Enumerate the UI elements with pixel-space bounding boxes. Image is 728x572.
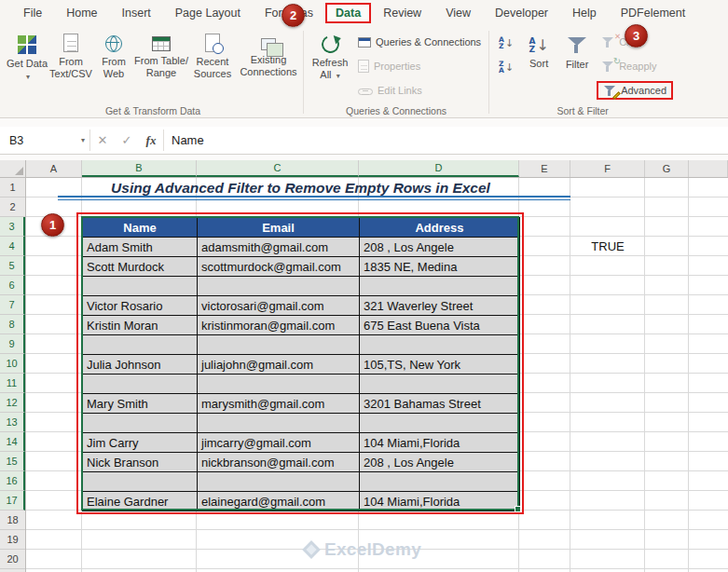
- table-cell[interactable]: [360, 414, 520, 433]
- edit-links-button[interactable]: Edit Links: [353, 81, 486, 100]
- table-cell[interactable]: juliajohn@gmail.com: [198, 355, 360, 375]
- table-cell[interactable]: Victor Rosario: [83, 296, 198, 316]
- table-cell[interactable]: [360, 277, 520, 296]
- table-cell[interactable]: Adam Smith: [83, 238, 198, 257]
- column-header-a[interactable]: A: [26, 160, 82, 177]
- from-text-csv-button[interactable]: From Text/CSV: [48, 29, 93, 98]
- reapply-filter-button[interactable]: ↻ Reapply: [597, 57, 673, 75]
- tab-help[interactable]: Help: [560, 2, 609, 24]
- table-cell[interactable]: scottmurdock@gmail.com: [198, 257, 360, 277]
- table-cell[interactable]: Kristin Moran: [83, 316, 198, 335]
- table-cell[interactable]: [198, 335, 360, 355]
- row-header-10[interactable]: 10: [0, 354, 25, 374]
- column-header-g[interactable]: G: [645, 160, 689, 177]
- tab-view[interactable]: View: [433, 2, 483, 24]
- row-header-13[interactable]: 13: [0, 413, 25, 432]
- table-cell[interactable]: [198, 472, 360, 492]
- table-cell[interactable]: adamsmith@gmail.com: [198, 238, 360, 257]
- filter-button[interactable]: Filter: [557, 29, 597, 98]
- table-cell[interactable]: elainegard@gmail.com: [198, 492, 360, 511]
- table-cell[interactable]: [83, 277, 198, 296]
- row-header-4[interactable]: 4: [0, 237, 25, 256]
- criteria-cell-f4[interactable]: TRUE: [570, 237, 645, 256]
- row-header-9[interactable]: 9: [0, 334, 25, 354]
- cell-grid[interactable]: Using Advanced Filter to Remove Empty Ro…: [26, 178, 728, 572]
- tab-file[interactable]: File: [11, 2, 54, 24]
- table-header-cell[interactable]: Name: [83, 218, 198, 238]
- table-cell[interactable]: 321 Waverley Street: [360, 296, 520, 316]
- tab-review[interactable]: Review: [371, 2, 433, 24]
- table-cell[interactable]: 104 Miami,Florida: [360, 492, 520, 511]
- formula-input[interactable]: Name: [164, 127, 728, 154]
- advanced-filter-button[interactable]: Advanced: [597, 81, 673, 100]
- row-header-19[interactable]: 19: [0, 530, 25, 550]
- enter-icon[interactable]: ✓: [115, 127, 139, 154]
- table-cell[interactable]: [83, 375, 198, 394]
- table-cell[interactable]: Mary Smith: [83, 394, 198, 414]
- table-cell[interactable]: [198, 375, 360, 394]
- tab-data[interactable]: Data: [325, 3, 371, 23]
- insert-function-icon[interactable]: fx: [139, 127, 163, 154]
- table-cell[interactable]: jimcarry@gmail.com: [198, 433, 360, 453]
- row-header-15[interactable]: 15: [0, 452, 25, 471]
- table-cell[interactable]: [360, 375, 520, 394]
- tab-home[interactable]: Home: [54, 2, 109, 24]
- row-header-2[interactable]: 2: [0, 197, 25, 217]
- table-header-cell[interactable]: Email: [198, 218, 360, 238]
- row-header-17[interactable]: 17: [0, 491, 25, 511]
- from-web-button[interactable]: From Web: [93, 29, 134, 98]
- table-cell[interactable]: [83, 472, 198, 492]
- sheet-title-cell[interactable]: Using Advanced Filter to Remove Empty Ro…: [82, 178, 519, 197]
- table-cell[interactable]: Scott Murdock: [83, 257, 198, 277]
- cancel-icon[interactable]: ✕: [90, 127, 115, 154]
- column-header-c[interactable]: C: [197, 160, 359, 177]
- table-cell[interactable]: [198, 414, 360, 433]
- row-header-18[interactable]: 18: [0, 511, 25, 530]
- sort-button[interactable]: AZ ↓ Sort: [520, 29, 557, 98]
- table-cell[interactable]: Jim Carry: [83, 433, 198, 453]
- table-cell[interactable]: [83, 335, 198, 355]
- table-cell[interactable]: [198, 277, 360, 296]
- table-cell[interactable]: victorosari@gmail.com: [198, 296, 360, 316]
- row-header-14[interactable]: 14: [0, 432, 25, 452]
- tab-pdfelement[interactable]: PDFelement: [609, 2, 697, 24]
- tab-page-layout[interactable]: Page Layout: [163, 2, 253, 24]
- table-cell[interactable]: 1835 NE, Medina: [360, 257, 520, 277]
- select-all-corner[interactable]: [0, 160, 26, 178]
- table-cell[interactable]: [83, 414, 198, 433]
- row-header-8[interactable]: 8: [0, 315, 25, 334]
- sort-ascending-button[interactable]: AZ ↓: [494, 33, 518, 53]
- name-box[interactable]: B3 ▾: [0, 127, 89, 154]
- column-header-f[interactable]: F: [570, 160, 645, 177]
- row-header-12[interactable]: 12: [0, 393, 25, 413]
- table-header-cell[interactable]: Address: [360, 218, 520, 238]
- column-header-b[interactable]: B: [82, 160, 197, 177]
- get-data-button[interactable]: Get Data ▾: [6, 29, 48, 98]
- sort-descending-button[interactable]: ZA ↓: [494, 57, 518, 77]
- table-cell[interactable]: Elaine Gardner: [83, 492, 198, 511]
- tab-developer[interactable]: Developer: [483, 2, 560, 24]
- table-cell[interactable]: Julia Johnson: [83, 355, 198, 375]
- row-header-7[interactable]: 7: [0, 295, 25, 315]
- table-cell[interactable]: 104 Miami,Florida: [360, 433, 520, 453]
- table-cell[interactable]: [360, 472, 520, 492]
- column-header-d[interactable]: D: [359, 160, 519, 177]
- column-header-e[interactable]: E: [519, 160, 570, 177]
- recent-sources-button[interactable]: Recent Sources: [188, 29, 237, 98]
- tab-insert[interactable]: Insert: [110, 2, 163, 24]
- table-cell[interactable]: 3201 Bahamas Street: [360, 394, 520, 414]
- existing-connections-button[interactable]: Existing Connections: [237, 29, 300, 98]
- from-table-range-button[interactable]: From Table/ Range: [134, 29, 188, 98]
- table-cell[interactable]: kristinmoran@gmail.com: [198, 316, 360, 335]
- row-header-5[interactable]: 5: [0, 256, 25, 276]
- queries-connections-button[interactable]: Queries & Connections: [353, 33, 486, 51]
- table-cell[interactable]: 105,TS, New York: [360, 355, 520, 375]
- refresh-all-button[interactable]: Refresh All ▾: [307, 29, 353, 98]
- table-cell[interactable]: Nick Branson: [83, 453, 198, 472]
- table-cell[interactable]: marysmith@gmail.com: [198, 394, 360, 414]
- properties-button[interactable]: Properties: [353, 57, 486, 75]
- table-cell[interactable]: 675 East Buena Vista: [360, 316, 520, 335]
- table-cell[interactable]: [360, 335, 520, 355]
- table-cell[interactable]: 208 , Los Angele: [360, 238, 520, 257]
- table-cell[interactable]: nickbranson@gmail.com: [198, 453, 360, 472]
